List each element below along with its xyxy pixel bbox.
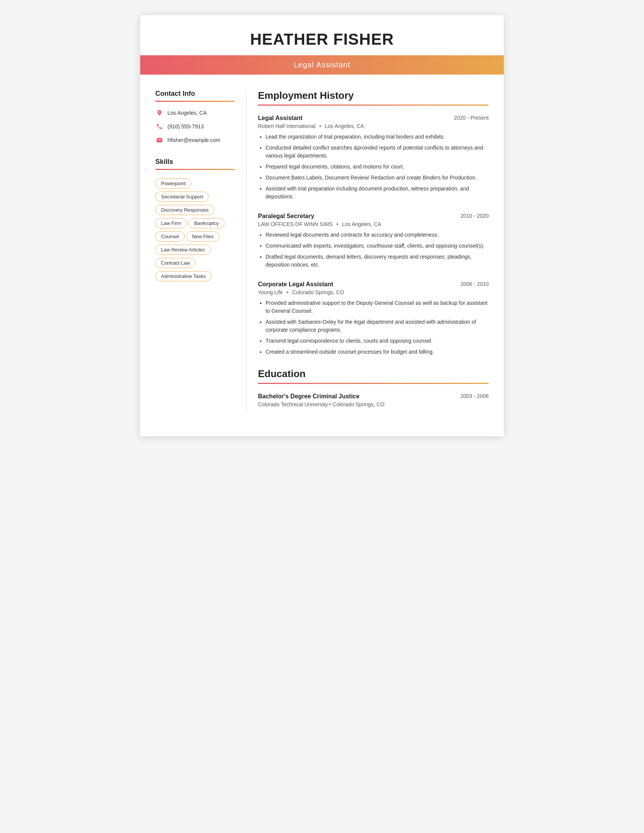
skills-section: Skills PowerpointSecretarial SupportDisc… (155, 158, 235, 283)
job-bullet: Drafted legal documents, demand letters,… (266, 253, 489, 269)
skill-tag: Law Review Articles (155, 244, 211, 255)
contact-section-title: Contact Info (155, 90, 235, 98)
education-entry: Bachelor's Degree Criminal Justice2003 -… (258, 393, 489, 407)
education-divider (258, 383, 489, 384)
title-bar: Legal Assistant (140, 55, 504, 75)
job-company: LAW OFFICES OF WINN SIMS • Los Angeles, … (258, 221, 489, 227)
contact-divider (155, 101, 235, 102)
skill-tag: Discovery Responses (155, 205, 214, 215)
phone-icon (155, 122, 164, 130)
job-company: Young Life • Colorado Springs, CO (258, 289, 489, 295)
skills-tags-container: PowerpointSecretarial SupportDiscovery R… (155, 177, 235, 283)
job-bullet: Communicated with experts, investigators… (266, 242, 489, 250)
job-title: Corporate Legal Assistant (258, 281, 333, 288)
job-bullet: Document Bates Labels, Document Review/ … (266, 174, 489, 182)
employment-divider (258, 105, 489, 106)
employment-section: Employment History Legal Assistant2020 -… (258, 90, 489, 356)
contact-phone: (910) 555-7913 (155, 122, 235, 130)
education-section: Education Bachelor's Degree Criminal Jus… (258, 368, 489, 407)
job-header: Corporate Legal Assistant2006 - 2010 (258, 281, 489, 288)
education-school: Colorado Technical University • Colorado… (258, 401, 489, 407)
header-section: HEATHER FISHER (140, 15, 504, 48)
job-dates: 2010 - 2020 (460, 213, 489, 219)
job-bullet: Conducted detailed conflict searches &pr… (266, 144, 489, 160)
location-text: Los Angeles, CA (167, 110, 207, 116)
email-icon (155, 136, 164, 144)
phone-text: (910) 555-7913 (167, 124, 204, 130)
candidate-name: HEATHER FISHER (155, 30, 489, 48)
job-dates: 2020 - Present (454, 115, 489, 121)
right-column: Employment History Legal Assistant2020 -… (246, 90, 489, 413)
contact-email: hfisher@example.com (155, 136, 235, 144)
job-header: Legal Assistant2020 - Present (258, 115, 489, 122)
skill-tag: Contract Law (155, 258, 196, 268)
resume-document: HEATHER FISHER Legal Assistant Contact I… (140, 15, 504, 436)
education-section-title: Education (258, 368, 489, 380)
skill-tag: Counsel (155, 232, 185, 241)
skill-tag: Bankruptcy (188, 218, 224, 228)
job-bullets: Reviewed legal documents and contracts f… (258, 231, 489, 269)
skills-section-title: Skills (155, 158, 235, 166)
skills-divider (155, 169, 235, 170)
job-bullet: Prepared legal documents, citations, and… (266, 163, 489, 171)
job-title: Paralegal Secretary (258, 213, 314, 220)
contact-section: Contact Info Los Angeles, CA (155, 90, 235, 144)
job-company: Robert Half International • Los Angeles,… (258, 123, 489, 129)
job-entry: Legal Assistant2020 - PresentRobert Half… (258, 115, 489, 201)
employment-section-title: Employment History (258, 90, 489, 101)
skill-tag: Law Firm (155, 218, 187, 228)
email-text: hfisher@example.com (167, 137, 221, 143)
contact-location: Los Angeles, CA (155, 109, 235, 117)
job-bullet: Reviewed legal documents and contracts f… (266, 231, 489, 239)
education-header: Bachelor's Degree Criminal Justice2003 -… (258, 393, 489, 400)
job-bullet: Assisted with trial preparation includin… (266, 185, 489, 201)
job-bullets: Lead the organization of trial preparati… (258, 133, 489, 201)
skill-tag: Secretarial Support (155, 191, 209, 202)
job-bullet: Assisted with Sarbanes-Oxley for the leg… (266, 318, 489, 334)
location-icon (155, 109, 164, 117)
skill-tag: Administrative Tasks (155, 271, 211, 281)
education-container: Bachelor's Degree Criminal Justice2003 -… (258, 393, 489, 407)
jobs-container: Legal Assistant2020 - PresentRobert Half… (258, 115, 489, 356)
job-bullet: Lead the organization of trial preparati… (266, 133, 489, 141)
candidate-title: Legal Assistant (294, 61, 350, 69)
body-section: Contact Info Los Angeles, CA (140, 75, 504, 413)
job-entry: Corporate Legal Assistant2006 - 2010Youn… (258, 281, 489, 356)
left-column: Contact Info Los Angeles, CA (155, 90, 246, 413)
job-bullet: Transmit legal correspondence to clients… (266, 337, 489, 345)
job-header: Paralegal Secretary2010 - 2020 (258, 213, 489, 220)
education-degree: Bachelor's Degree Criminal Justice (258, 393, 359, 400)
job-bullets: Provided administrative support to the D… (258, 299, 489, 356)
education-dates: 2003 - 2006 (460, 393, 489, 399)
skill-tag: New Files (187, 232, 219, 241)
job-dates: 2006 - 2010 (460, 281, 489, 287)
job-title: Legal Assistant (258, 115, 303, 122)
job-bullet: Created a streamlined outside counsel pr… (266, 348, 489, 356)
job-bullet: Provided administrative support to the D… (266, 299, 489, 315)
job-entry: Paralegal Secretary2010 - 2020LAW OFFICE… (258, 213, 489, 269)
skill-tag: Powerpoint (155, 178, 191, 188)
